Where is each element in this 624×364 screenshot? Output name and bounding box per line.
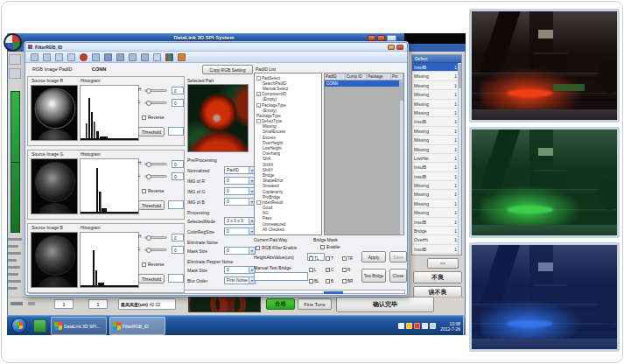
show-desktop-button[interactable]	[463, 316, 466, 336]
reverse-checkbox[interactable]	[142, 116, 146, 120]
close-button[interactable]: Close	[389, 269, 407, 283]
slider-thumb[interactable]	[146, 235, 151, 241]
defect-row[interactable]: Bridge1	[412, 227, 461, 235]
overlay-icon[interactable]	[141, 53, 149, 61]
fine-tune-button[interactable]: Fine Tune	[298, 298, 332, 310]
l-value-field[interactable]: 0	[172, 246, 184, 254]
tree-toggle-icon[interactable]: -	[256, 119, 261, 123]
previous-icon[interactable]	[92, 53, 100, 61]
confirm-complete-button[interactable]: 确认完毕	[336, 297, 434, 312]
preproc-dropdown[interactable]: 0▾	[224, 187, 256, 195]
start-button[interactable]	[11, 318, 27, 333]
h-value-field[interactable]: 0	[172, 234, 184, 242]
threshold-value-field[interactable]	[168, 274, 184, 283]
save-button[interactable]: Save	[389, 251, 407, 262]
tree-item[interactable]: All Checked	[256, 227, 321, 232]
histogram[interactable]	[80, 158, 139, 214]
threshold-value-field[interactable]	[168, 200, 184, 209]
board-thumbnail[interactable]	[188, 297, 261, 312]
defect-row[interactable]: InsufB1	[412, 172, 461, 181]
bridge-mask-cell-bl[interactable]: BL	[309, 276, 326, 287]
rgb-filter-icon[interactable]	[165, 53, 173, 61]
tree-toggle-icon[interactable]: +	[256, 92, 261, 96]
reverse-checkbox[interactable]	[142, 189, 146, 193]
manual-test-bridge-field[interactable]	[254, 272, 308, 281]
l-value-field[interactable]: 0	[172, 99, 184, 107]
pass-button[interactable]: 合格	[266, 298, 295, 310]
selected-part-image[interactable]	[187, 84, 249, 152]
h-value-field[interactable]: 0	[172, 87, 184, 94]
bridge-mask-cell-b[interactable]: B	[326, 276, 342, 287]
bridge-mask-cell-t[interactable]: T	[326, 253, 342, 264]
checkbox-icon[interactable]	[342, 279, 347, 284]
tree-toggle-icon[interactable]: -	[256, 200, 261, 205]
dialog-titlebar[interactable]	[25, 43, 407, 52]
channel-image[interactable]	[31, 85, 78, 141]
preproc-dropdown[interactable]: 0▾	[224, 198, 256, 206]
close-button[interactable]	[377, 35, 385, 41]
l-slider[interactable]	[144, 102, 167, 104]
save-icon[interactable]	[43, 53, 51, 61]
preproc-dropdown[interactable]: PadID▾	[224, 166, 256, 174]
dialog-minimize-button[interactable]	[388, 45, 395, 50]
defect-row[interactable]: Missing1	[412, 145, 461, 154]
status-field-2[interactable]: 1	[88, 299, 108, 309]
reverse-checkbox[interactable]	[142, 262, 146, 267]
help-button[interactable]	[387, 35, 396, 41]
defect-row[interactable]: InsufB1	[412, 218, 461, 227]
checkbox-icon[interactable]	[342, 268, 347, 272]
defect-row[interactable]: Missing1	[412, 136, 461, 144]
h-slider[interactable]	[144, 89, 167, 92]
preproc-dropdown[interactable]: 0▾	[224, 247, 256, 255]
column-header[interactable]: Comp ID	[346, 74, 367, 80]
antivirus-icon[interactable]	[414, 323, 420, 329]
defect-row[interactable]: Missing1	[412, 90, 461, 99]
grid-view-icon[interactable]	[104, 53, 112, 61]
record-icon[interactable]	[80, 53, 88, 61]
defect-row[interactable]: InsufB1	[412, 163, 461, 172]
ng-button[interactable]: 不良	[413, 271, 462, 284]
threshold-button[interactable]: Threshold	[138, 127, 165, 136]
layout-icon[interactable]	[129, 53, 137, 61]
open-icon[interactable]	[31, 53, 39, 61]
checkbox-icon[interactable]	[309, 279, 313, 284]
bridge-mask-cell-c[interactable]: C	[326, 264, 342, 276]
preproc-dropdown[interactable]: 0▾	[224, 228, 256, 235]
clock[interactable]: 13:08 2012-7-26	[440, 321, 460, 332]
checkbox-icon[interactable]	[256, 246, 260, 250]
scrollbar-thumb[interactable]	[459, 64, 461, 88]
tree-toggle-icon[interactable]: +	[256, 103, 261, 108]
slider-thumb[interactable]	[146, 101, 151, 106]
side-tool-box[interactable]	[9, 54, 21, 65]
threshold-button[interactable]: Threshold	[138, 274, 165, 284]
hidden-icons-icon[interactable]	[398, 323, 404, 329]
preproc-dropdown[interactable]: 0▾	[224, 266, 256, 274]
defect-row[interactable]: Missing1	[412, 200, 461, 208]
apply-button[interactable]: Apply	[361, 251, 386, 262]
volume-icon[interactable]	[430, 323, 436, 329]
defect-row[interactable]: Missing1	[412, 100, 461, 108]
defect-row[interactable]: Missing1	[412, 181, 461, 190]
update-icon[interactable]	[406, 323, 412, 329]
h-value-field[interactable]: 0	[172, 160, 184, 168]
padid-table-scrollbar[interactable]	[399, 80, 403, 234]
alert-icon[interactable]	[178, 53, 186, 61]
bridge-mask-cell-tl[interactable]: TL	[309, 253, 326, 264]
copy-icon[interactable]	[55, 53, 63, 61]
column-header[interactable]: Pin	[391, 74, 403, 80]
slider-thumb[interactable]	[146, 88, 151, 94]
selected-row[interactable]: CONN	[325, 80, 403, 87]
draw-icon[interactable]	[153, 53, 161, 61]
preproc-dropdown[interactable]: 0▾	[224, 177, 256, 185]
h-slider[interactable]	[144, 236, 167, 239]
defect-row[interactable]: Missing1	[412, 190, 461, 199]
checkbox-icon[interactable]	[309, 268, 313, 272]
defect-row[interactable]: InsufB1	[412, 117, 461, 126]
side-tool-box[interactable]	[9, 68, 21, 79]
defect-row[interactable]: Missing1	[412, 208, 461, 217]
threshold-value-field[interactable]	[168, 127, 184, 136]
defect-row[interactable]: LowHei1	[412, 154, 461, 163]
l-slider[interactable]	[144, 248, 167, 251]
preproc-dropdown[interactable]: First Noise▾	[224, 276, 256, 284]
l-value-field[interactable]: 0	[172, 172, 184, 180]
